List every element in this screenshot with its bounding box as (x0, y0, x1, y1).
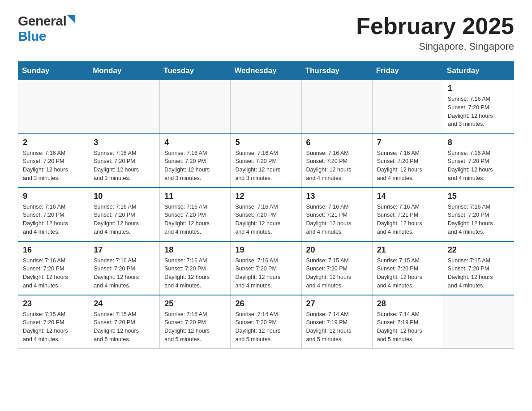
calendar-day-cell (231, 80, 301, 134)
day-number: 18 (164, 245, 226, 255)
calendar-day-cell: 6Sunrise: 7:16 AMSunset: 7:20 PMDaylight… (301, 134, 372, 188)
title-section: February 2025 Singapore, Singapore (356, 13, 514, 52)
calendar-day-cell: 22Sunrise: 7:15 AMSunset: 7:20 PMDayligh… (443, 241, 514, 295)
day-info: Sunrise: 7:16 AMSunset: 7:21 PMDaylight:… (306, 203, 368, 236)
day-number: 23 (23, 299, 84, 308)
day-info: Sunrise: 7:16 AMSunset: 7:20 PMDaylight:… (94, 257, 155, 290)
day-info: Sunrise: 7:16 AMSunset: 7:20 PMDaylight:… (23, 149, 84, 183)
logo-general-text: General (18, 13, 66, 29)
calendar-title: February 2025 (356, 13, 514, 39)
day-number: 16 (23, 245, 84, 255)
logo-blue-text: Blue (18, 29, 46, 43)
calendar-week-row: 2Sunrise: 7:16 AMSunset: 7:20 PMDaylight… (18, 134, 514, 188)
day-info: Sunrise: 7:16 AMSunset: 7:20 PMDaylight:… (448, 95, 509, 128)
calendar-day-cell (301, 80, 372, 134)
calendar-day-cell: 13Sunrise: 7:16 AMSunset: 7:21 PMDayligh… (301, 188, 372, 241)
day-number: 15 (448, 192, 509, 201)
day-number: 3 (94, 138, 155, 147)
calendar-day-cell: 10Sunrise: 7:16 AMSunset: 7:20 PMDayligh… (89, 188, 160, 241)
calendar-subtitle: Singapore, Singapore (356, 41, 514, 52)
day-of-week-header: Sunday (18, 62, 89, 80)
calendar-day-cell: 18Sunrise: 7:16 AMSunset: 7:20 PMDayligh… (160, 241, 231, 295)
day-number: 5 (235, 138, 296, 147)
calendar-day-cell: 3Sunrise: 7:16 AMSunset: 7:20 PMDaylight… (89, 134, 160, 188)
logo-arrow-icon (67, 15, 75, 25)
calendar-day-cell: 11Sunrise: 7:16 AMSunset: 7:20 PMDayligh… (160, 188, 231, 241)
calendar-day-cell: 27Sunrise: 7:14 AMSunset: 7:19 PMDayligh… (301, 295, 372, 349)
calendar-day-cell (89, 80, 160, 134)
calendar-day-cell: 19Sunrise: 7:16 AMSunset: 7:20 PMDayligh… (231, 241, 301, 295)
day-number: 14 (377, 192, 438, 201)
day-info: Sunrise: 7:16 AMSunset: 7:20 PMDaylight:… (23, 257, 84, 290)
calendar-day-cell: 1Sunrise: 7:16 AMSunset: 7:20 PMDaylight… (443, 80, 514, 134)
day-of-week-header: Friday (372, 62, 443, 80)
calendar-day-cell (18, 80, 89, 134)
day-number: 12 (235, 192, 296, 201)
svg-marker-0 (67, 15, 75, 23)
calendar-day-cell: 28Sunrise: 7:14 AMSunset: 7:19 PMDayligh… (372, 295, 443, 349)
day-number: 24 (94, 299, 155, 308)
day-info: Sunrise: 7:16 AMSunset: 7:20 PMDaylight:… (164, 149, 226, 183)
day-info: Sunrise: 7:16 AMSunset: 7:20 PMDaylight:… (377, 149, 438, 183)
day-number: 21 (377, 245, 438, 255)
calendar-day-cell: 2Sunrise: 7:16 AMSunset: 7:20 PMDaylight… (18, 134, 89, 188)
day-info: Sunrise: 7:16 AMSunset: 7:20 PMDaylight:… (235, 203, 296, 236)
logo: General Blue (18, 13, 75, 44)
day-info: Sunrise: 7:16 AMSunset: 7:20 PMDaylight:… (94, 149, 155, 183)
day-number: 1 (448, 84, 509, 93)
page-header: General Blue February 2025 Singapore, Si… (18, 13, 514, 52)
day-info: Sunrise: 7:16 AMSunset: 7:20 PMDaylight:… (235, 257, 296, 290)
day-of-week-header: Wednesday (231, 62, 301, 80)
calendar-day-cell: 20Sunrise: 7:15 AMSunset: 7:20 PMDayligh… (301, 241, 372, 295)
day-info: Sunrise: 7:16 AMSunset: 7:20 PMDaylight:… (306, 149, 368, 183)
day-info: Sunrise: 7:16 AMSunset: 7:20 PMDaylight:… (448, 203, 509, 236)
day-number: 26 (235, 299, 296, 308)
day-of-week-header: Monday (89, 62, 160, 80)
day-of-week-header: Tuesday (160, 62, 231, 80)
day-number: 20 (306, 245, 368, 255)
calendar-day-cell: 21Sunrise: 7:15 AMSunset: 7:20 PMDayligh… (372, 241, 443, 295)
day-info: Sunrise: 7:15 AMSunset: 7:20 PMDaylight:… (23, 310, 84, 344)
calendar-week-row: 1Sunrise: 7:16 AMSunset: 7:20 PMDaylight… (18, 80, 514, 134)
day-info: Sunrise: 7:14 AMSunset: 7:19 PMDaylight:… (377, 310, 438, 344)
day-info: Sunrise: 7:15 AMSunset: 7:20 PMDaylight:… (306, 257, 368, 290)
calendar-day-cell: 8Sunrise: 7:16 AMSunset: 7:20 PMDaylight… (443, 134, 514, 188)
day-info: Sunrise: 7:16 AMSunset: 7:20 PMDaylight:… (94, 203, 155, 236)
day-info: Sunrise: 7:16 AMSunset: 7:21 PMDaylight:… (377, 203, 438, 236)
calendar-day-cell: 4Sunrise: 7:16 AMSunset: 7:20 PMDaylight… (160, 134, 231, 188)
day-info: Sunrise: 7:16 AMSunset: 7:20 PMDaylight:… (235, 149, 296, 183)
day-number: 4 (164, 138, 226, 147)
calendar-day-cell: 14Sunrise: 7:16 AMSunset: 7:21 PMDayligh… (372, 188, 443, 241)
day-number: 9 (23, 192, 84, 201)
day-number: 22 (448, 245, 509, 255)
day-info: Sunrise: 7:14 AMSunset: 7:19 PMDaylight:… (306, 310, 368, 344)
calendar-day-cell (443, 295, 514, 349)
day-number: 7 (377, 138, 438, 147)
day-info: Sunrise: 7:15 AMSunset: 7:20 PMDaylight:… (94, 310, 155, 344)
calendar-day-cell: 23Sunrise: 7:15 AMSunset: 7:20 PMDayligh… (18, 295, 89, 349)
day-info: Sunrise: 7:15 AMSunset: 7:20 PMDaylight:… (377, 257, 438, 290)
calendar-day-cell: 5Sunrise: 7:16 AMSunset: 7:20 PMDaylight… (231, 134, 301, 188)
day-number: 27 (306, 299, 368, 308)
calendar-week-row: 16Sunrise: 7:16 AMSunset: 7:20 PMDayligh… (18, 241, 514, 295)
day-number: 13 (306, 192, 368, 201)
day-info: Sunrise: 7:16 AMSunset: 7:20 PMDaylight:… (23, 203, 84, 236)
day-number: 25 (164, 299, 226, 308)
day-info: Sunrise: 7:16 AMSunset: 7:20 PMDaylight:… (164, 203, 226, 236)
calendar-day-cell (372, 80, 443, 134)
calendar-day-cell: 24Sunrise: 7:15 AMSunset: 7:20 PMDayligh… (89, 295, 160, 349)
day-number: 8 (448, 138, 509, 147)
day-of-week-header: Saturday (443, 62, 514, 80)
calendar-week-row: 9Sunrise: 7:16 AMSunset: 7:20 PMDaylight… (18, 188, 514, 241)
calendar-day-cell: 9Sunrise: 7:16 AMSunset: 7:20 PMDaylight… (18, 188, 89, 241)
calendar-day-cell (160, 80, 231, 134)
day-of-week-header: Thursday (301, 62, 372, 80)
day-info: Sunrise: 7:16 AMSunset: 7:20 PMDaylight:… (164, 257, 226, 290)
calendar-day-cell: 26Sunrise: 7:14 AMSunset: 7:20 PMDayligh… (231, 295, 301, 349)
calendar-day-cell: 17Sunrise: 7:16 AMSunset: 7:20 PMDayligh… (89, 241, 160, 295)
calendar-day-cell: 15Sunrise: 7:16 AMSunset: 7:20 PMDayligh… (443, 188, 514, 241)
day-number: 19 (235, 245, 296, 255)
calendar-day-cell: 25Sunrise: 7:15 AMSunset: 7:20 PMDayligh… (160, 295, 231, 349)
day-number: 10 (94, 192, 155, 201)
calendar-table: SundayMondayTuesdayWednesdayThursdayFrid… (18, 61, 514, 349)
